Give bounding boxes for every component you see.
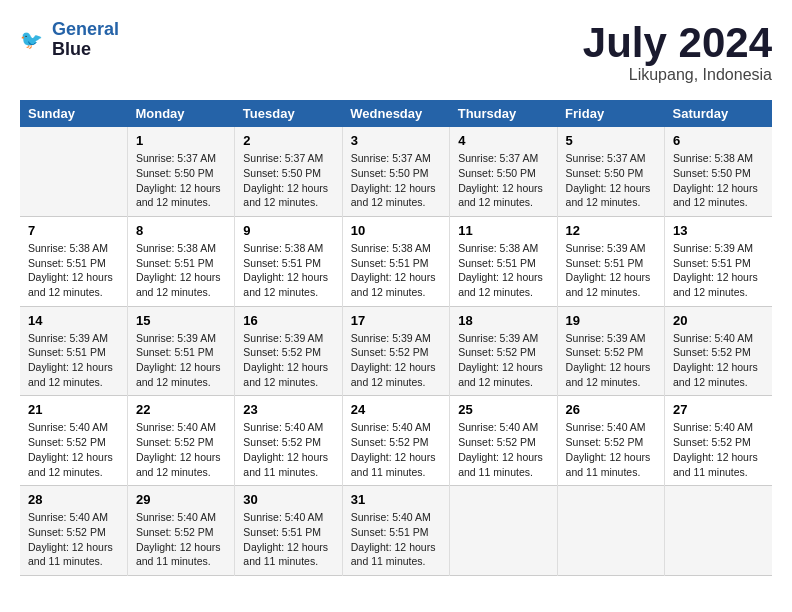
calendar-week-row: 28Sunrise: 5:40 AM Sunset: 5:52 PM Dayli… <box>20 486 772 576</box>
calendar-cell: 3Sunrise: 5:37 AM Sunset: 5:50 PM Daylig… <box>342 127 449 216</box>
calendar-header-row: Sunday Monday Tuesday Wednesday Thursday… <box>20 100 772 127</box>
calendar-cell: 27Sunrise: 5:40 AM Sunset: 5:52 PM Dayli… <box>665 396 772 486</box>
day-info: Sunrise: 5:37 AM Sunset: 5:50 PM Dayligh… <box>566 151 656 210</box>
day-number: 5 <box>566 133 656 148</box>
calendar-cell: 9Sunrise: 5:38 AM Sunset: 5:51 PM Daylig… <box>235 216 342 306</box>
calendar-cell: 14Sunrise: 5:39 AM Sunset: 5:51 PM Dayli… <box>20 306 127 396</box>
day-number: 2 <box>243 133 333 148</box>
day-info: Sunrise: 5:38 AM Sunset: 5:51 PM Dayligh… <box>243 241 333 300</box>
calendar-cell: 15Sunrise: 5:39 AM Sunset: 5:51 PM Dayli… <box>127 306 234 396</box>
day-number: 19 <box>566 313 656 328</box>
calendar-subtitle: Likupang, Indonesia <box>583 66 772 84</box>
logo-icon: 🐦 <box>20 26 48 54</box>
day-number: 6 <box>673 133 764 148</box>
day-number: 27 <box>673 402 764 417</box>
day-info: Sunrise: 5:37 AM Sunset: 5:50 PM Dayligh… <box>351 151 441 210</box>
day-info: Sunrise: 5:40 AM Sunset: 5:52 PM Dayligh… <box>136 420 226 479</box>
calendar-header: July 2024 Likupang, Indonesia <box>583 20 772 84</box>
day-info: Sunrise: 5:40 AM Sunset: 5:52 PM Dayligh… <box>28 420 119 479</box>
calendar-title: July 2024 <box>583 20 772 66</box>
calendar-cell: 16Sunrise: 5:39 AM Sunset: 5:52 PM Dayli… <box>235 306 342 396</box>
header-wednesday: Wednesday <box>342 100 449 127</box>
day-info: Sunrise: 5:39 AM Sunset: 5:52 PM Dayligh… <box>566 331 656 390</box>
day-info: Sunrise: 5:37 AM Sunset: 5:50 PM Dayligh… <box>136 151 226 210</box>
day-number: 20 <box>673 313 764 328</box>
calendar-cell: 28Sunrise: 5:40 AM Sunset: 5:52 PM Dayli… <box>20 486 127 576</box>
day-info: Sunrise: 5:40 AM Sunset: 5:52 PM Dayligh… <box>673 331 764 390</box>
calendar-cell: 30Sunrise: 5:40 AM Sunset: 5:51 PM Dayli… <box>235 486 342 576</box>
day-info: Sunrise: 5:39 AM Sunset: 5:51 PM Dayligh… <box>28 331 119 390</box>
day-number: 30 <box>243 492 333 507</box>
calendar-week-row: 1Sunrise: 5:37 AM Sunset: 5:50 PM Daylig… <box>20 127 772 216</box>
calendar-week-row: 14Sunrise: 5:39 AM Sunset: 5:51 PM Dayli… <box>20 306 772 396</box>
day-number: 4 <box>458 133 548 148</box>
calendar-cell: 6Sunrise: 5:38 AM Sunset: 5:50 PM Daylig… <box>665 127 772 216</box>
day-number: 29 <box>136 492 226 507</box>
calendar-cell: 19Sunrise: 5:39 AM Sunset: 5:52 PM Dayli… <box>557 306 664 396</box>
day-number: 23 <box>243 402 333 417</box>
day-number: 14 <box>28 313 119 328</box>
day-number: 17 <box>351 313 441 328</box>
calendar-cell: 21Sunrise: 5:40 AM Sunset: 5:52 PM Dayli… <box>20 396 127 486</box>
day-number: 16 <box>243 313 333 328</box>
header-monday: Monday <box>127 100 234 127</box>
day-info: Sunrise: 5:40 AM Sunset: 5:52 PM Dayligh… <box>243 420 333 479</box>
calendar-week-row: 21Sunrise: 5:40 AM Sunset: 5:52 PM Dayli… <box>20 396 772 486</box>
day-info: Sunrise: 5:38 AM Sunset: 5:51 PM Dayligh… <box>28 241 119 300</box>
calendar-cell: 4Sunrise: 5:37 AM Sunset: 5:50 PM Daylig… <box>450 127 557 216</box>
calendar-cell <box>20 127 127 216</box>
header-thursday: Thursday <box>450 100 557 127</box>
day-info: Sunrise: 5:39 AM Sunset: 5:52 PM Dayligh… <box>351 331 441 390</box>
header-saturday: Saturday <box>665 100 772 127</box>
day-info: Sunrise: 5:39 AM Sunset: 5:51 PM Dayligh… <box>566 241 656 300</box>
day-number: 15 <box>136 313 226 328</box>
day-number: 1 <box>136 133 226 148</box>
calendar-cell: 17Sunrise: 5:39 AM Sunset: 5:52 PM Dayli… <box>342 306 449 396</box>
page-header: 🐦 General Blue July 2024 Likupang, Indon… <box>20 20 772 84</box>
calendar-cell: 12Sunrise: 5:39 AM Sunset: 5:51 PM Dayli… <box>557 216 664 306</box>
calendar-table: Sunday Monday Tuesday Wednesday Thursday… <box>20 100 772 576</box>
calendar-cell: 13Sunrise: 5:39 AM Sunset: 5:51 PM Dayli… <box>665 216 772 306</box>
day-number: 10 <box>351 223 441 238</box>
day-info: Sunrise: 5:39 AM Sunset: 5:52 PM Dayligh… <box>243 331 333 390</box>
day-info: Sunrise: 5:40 AM Sunset: 5:51 PM Dayligh… <box>351 510 441 569</box>
calendar-cell: 26Sunrise: 5:40 AM Sunset: 5:52 PM Dayli… <box>557 396 664 486</box>
calendar-cell <box>665 486 772 576</box>
day-info: Sunrise: 5:37 AM Sunset: 5:50 PM Dayligh… <box>458 151 548 210</box>
day-info: Sunrise: 5:40 AM Sunset: 5:52 PM Dayligh… <box>566 420 656 479</box>
calendar-cell: 5Sunrise: 5:37 AM Sunset: 5:50 PM Daylig… <box>557 127 664 216</box>
day-info: Sunrise: 5:39 AM Sunset: 5:51 PM Dayligh… <box>136 331 226 390</box>
calendar-cell: 1Sunrise: 5:37 AM Sunset: 5:50 PM Daylig… <box>127 127 234 216</box>
day-number: 24 <box>351 402 441 417</box>
day-number: 7 <box>28 223 119 238</box>
day-number: 13 <box>673 223 764 238</box>
logo: 🐦 General Blue <box>20 20 119 60</box>
day-info: Sunrise: 5:38 AM Sunset: 5:51 PM Dayligh… <box>458 241 548 300</box>
day-info: Sunrise: 5:38 AM Sunset: 5:51 PM Dayligh… <box>136 241 226 300</box>
day-info: Sunrise: 5:39 AM Sunset: 5:52 PM Dayligh… <box>458 331 548 390</box>
calendar-cell: 23Sunrise: 5:40 AM Sunset: 5:52 PM Dayli… <box>235 396 342 486</box>
day-info: Sunrise: 5:40 AM Sunset: 5:52 PM Dayligh… <box>673 420 764 479</box>
header-friday: Friday <box>557 100 664 127</box>
day-number: 26 <box>566 402 656 417</box>
day-number: 3 <box>351 133 441 148</box>
logo-text: General Blue <box>52 20 119 60</box>
day-number: 28 <box>28 492 119 507</box>
day-number: 12 <box>566 223 656 238</box>
calendar-cell: 8Sunrise: 5:38 AM Sunset: 5:51 PM Daylig… <box>127 216 234 306</box>
header-sunday: Sunday <box>20 100 127 127</box>
day-info: Sunrise: 5:38 AM Sunset: 5:50 PM Dayligh… <box>673 151 764 210</box>
day-number: 18 <box>458 313 548 328</box>
calendar-week-row: 7Sunrise: 5:38 AM Sunset: 5:51 PM Daylig… <box>20 216 772 306</box>
header-tuesday: Tuesday <box>235 100 342 127</box>
day-number: 31 <box>351 492 441 507</box>
day-info: Sunrise: 5:40 AM Sunset: 5:52 PM Dayligh… <box>458 420 548 479</box>
calendar-cell <box>557 486 664 576</box>
calendar-cell: 22Sunrise: 5:40 AM Sunset: 5:52 PM Dayli… <box>127 396 234 486</box>
day-number: 11 <box>458 223 548 238</box>
day-info: Sunrise: 5:38 AM Sunset: 5:51 PM Dayligh… <box>351 241 441 300</box>
calendar-cell <box>450 486 557 576</box>
calendar-cell: 2Sunrise: 5:37 AM Sunset: 5:50 PM Daylig… <box>235 127 342 216</box>
day-info: Sunrise: 5:39 AM Sunset: 5:51 PM Dayligh… <box>673 241 764 300</box>
day-info: Sunrise: 5:37 AM Sunset: 5:50 PM Dayligh… <box>243 151 333 210</box>
